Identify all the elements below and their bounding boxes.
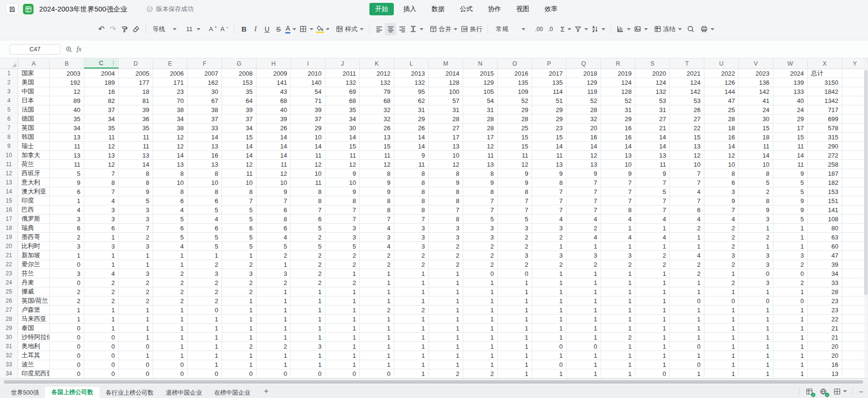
strikethrough-button[interactable]: S <box>273 23 284 35</box>
cell-I30[interactable]: 1 <box>291 333 325 342</box>
cell-S10[interactable]: 13 <box>635 151 670 160</box>
search-button[interactable] <box>685 23 697 35</box>
cell-A25[interactable]: 挪威 <box>18 287 50 296</box>
column-header-X[interactable]: X <box>808 58 842 68</box>
column-header-I[interactable]: I <box>291 58 325 68</box>
cell-Q19[interactable]: 4 <box>567 233 601 242</box>
cell-J14[interactable]: 9 <box>325 187 360 196</box>
cell-M4[interactable]: 57 <box>429 96 463 105</box>
cell-X6[interactable]: 699 <box>808 114 842 124</box>
cell-L20[interactable]: 3 <box>394 242 429 251</box>
clear-format-button[interactable] <box>130 23 142 35</box>
cell-W22[interactable]: 2 <box>773 260 808 269</box>
insert-image-button[interactable] <box>632 23 649 35</box>
vertical-align-button[interactable] <box>408 23 425 35</box>
cell-U10[interactable]: 12 <box>704 151 739 160</box>
cell-H8[interactable]: 14 <box>256 133 291 142</box>
cell-A3[interactable]: 中国 <box>18 87 50 96</box>
cell-H34[interactable]: 0 <box>256 369 291 378</box>
cell-G13[interactable]: 10 <box>222 178 256 187</box>
cell-N15[interactable]: 7 <box>463 196 498 205</box>
cell-K2[interactable]: 132 <box>360 78 394 87</box>
cell-F32[interactable]: 1 <box>188 351 222 360</box>
cell-D24[interactable]: 2 <box>119 278 153 287</box>
cell-F5[interactable]: 38 <box>188 105 222 114</box>
cell-L34[interactable]: 1 <box>394 369 429 378</box>
cell-S4[interactable]: 53 <box>635 96 670 105</box>
cell-B22[interactable]: 0 <box>50 260 84 269</box>
cell-U29[interactable]: 1 <box>704 324 739 333</box>
cell-U33[interactable]: 1 <box>704 360 739 369</box>
cell-V28[interactable]: 1 <box>739 315 773 324</box>
cell-O24[interactable]: 1 <box>498 278 532 287</box>
cell-X5[interactable]: 717 <box>808 105 842 114</box>
row-header-25[interactable]: 25 <box>0 287 18 296</box>
cell-E27[interactable]: 1 <box>153 306 188 315</box>
cell-H2[interactable]: 141 <box>256 78 291 87</box>
cell-J9[interactable]: 15 <box>325 142 360 151</box>
row-header-9[interactable]: 9 <box>0 142 18 151</box>
bold-button[interactable]: B <box>238 23 250 35</box>
save-button[interactable] <box>6 3 18 15</box>
cell-M28[interactable]: 1 <box>429 315 463 324</box>
cell-A6[interactable]: 德国 <box>18 114 50 124</box>
cell-A27[interactable]: 卢森堡 <box>18 306 50 315</box>
cell-W27[interactable]: 1 <box>773 306 808 315</box>
cell-I10[interactable]: 11 <box>291 151 325 160</box>
cell-W25[interactable]: 1 <box>773 287 808 296</box>
cell-M15[interactable]: 8 <box>429 196 463 205</box>
cell-D5[interactable]: 39 <box>119 105 153 114</box>
cell-G19[interactable]: 5 <box>222 233 256 242</box>
cell-A20[interactable]: 比利时 <box>18 242 50 251</box>
cell-J4[interactable]: 68 <box>325 96 360 105</box>
cell-D7[interactable]: 35 <box>119 124 153 133</box>
cell-L28[interactable]: 1 <box>394 315 429 324</box>
cell-A18[interactable]: 瑞典 <box>18 224 50 233</box>
wrap-text-button[interactable]: 换行 <box>459 23 484 35</box>
cell-W24[interactable]: 2 <box>773 278 808 287</box>
cell-V34[interactable]: 1 <box>739 369 773 378</box>
cell-X24[interactable]: 33 <box>808 278 842 287</box>
cell-O19[interactable]: 2 <box>498 233 532 242</box>
menu-tab-1[interactable]: 开始 <box>369 3 394 15</box>
cell-F31[interactable]: 1 <box>188 342 222 351</box>
cell-S32[interactable]: 1 <box>635 351 670 360</box>
cell-O16[interactable]: 7 <box>498 205 532 215</box>
cell-C28[interactable]: 1 <box>84 315 119 324</box>
cell-F13[interactable]: 10 <box>188 178 222 187</box>
cell-G8[interactable]: 15 <box>222 133 256 142</box>
cell-V13[interactable]: 5 <box>739 178 773 187</box>
cell-A29[interactable]: 泰国 <box>18 324 50 333</box>
cell-U4[interactable]: 47 <box>704 96 739 105</box>
cell-X14[interactable]: 153 <box>808 187 842 196</box>
cell-E7[interactable]: 38 <box>153 124 188 133</box>
cell-X11[interactable]: 258 <box>808 160 842 169</box>
cell-R14[interactable]: 7 <box>601 187 635 196</box>
cell-G20[interactable]: 5 <box>222 242 256 251</box>
column-header-W[interactable]: W <box>773 58 808 68</box>
cell-T18[interactable]: 2 <box>670 224 704 233</box>
row-header-12[interactable]: 12 <box>0 169 18 178</box>
cell-G33[interactable]: 1 <box>222 360 256 369</box>
cell-P13[interactable]: 8 <box>532 178 567 187</box>
cell-R18[interactable]: 1 <box>601 224 635 233</box>
cell-E22[interactable]: 1 <box>153 260 188 269</box>
cell-H17[interactable]: 8 <box>256 215 291 224</box>
cell-D12[interactable]: 8 <box>119 169 153 178</box>
cell-K13[interactable]: 9 <box>360 178 394 187</box>
cell-K26[interactable]: 1 <box>360 296 394 306</box>
cell-U27[interactable]: 1 <box>704 306 739 315</box>
cell-M7[interactable]: 27 <box>429 124 463 133</box>
cell-N30[interactable]: 1 <box>463 333 498 342</box>
cell-H6[interactable]: 39 <box>256 114 291 124</box>
cell-W16[interactable]: 9 <box>773 205 808 215</box>
cell-Q8[interactable]: 16 <box>567 133 601 142</box>
sheet-tab-2[interactable]: 各国上榜公司数 <box>45 387 100 398</box>
cell-L27[interactable]: 2 <box>394 306 429 315</box>
cell-O3[interactable]: 109 <box>498 87 532 96</box>
cell-Q9[interactable]: 14 <box>567 142 601 151</box>
cell-J13[interactable]: 10 <box>325 178 360 187</box>
menu-tab-3[interactable]: 数据 <box>426 3 450 15</box>
cell-F9[interactable]: 13 <box>188 142 222 151</box>
cell-B17[interactable]: 3 <box>50 215 84 224</box>
